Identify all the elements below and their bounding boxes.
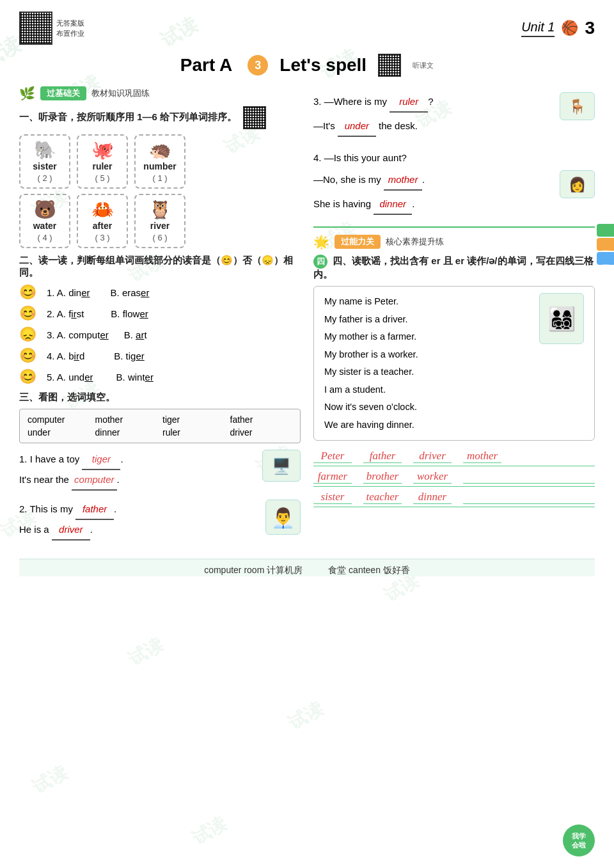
fill-item-2: 2. This is my father. 👨‍💼 He is a driver… <box>19 500 301 541</box>
img-driver: 👨‍💼 <box>265 500 301 535</box>
word-card-river: 🦉 river ( 6 ) <box>134 194 185 248</box>
pron-num-3: 3. A. computer <box>47 329 109 340</box>
right-column: 3. —Where is my ruler? 🪑 —It's under the… <box>313 86 595 547</box>
img-computer: 🖥️ <box>262 450 301 482</box>
q3: 3. —Where is my ruler? 🪑 —It's under the… <box>313 92 595 137</box>
img-family: 👨‍👩‍👧‍👦 <box>539 293 584 344</box>
q4: 4. —Is this your aunt? —No, she is my mo… <box>313 148 595 215</box>
smiley-happy-5: 😊 <box>19 368 36 385</box>
passage-line-6: I am a student. <box>324 381 584 399</box>
header-left: 无答案版 布置作业 <box>19 12 84 45</box>
hw-brother: brother <box>363 470 402 484</box>
section1-subtitle: 教材知识巩固练 <box>91 88 150 99</box>
passage-box: 👨‍👩‍👧‍👦 My name is Peter. My father is a… <box>313 286 595 441</box>
img-mother: 👩 <box>560 170 595 198</box>
fill-answer-driver: driver <box>52 520 90 541</box>
hw-peter: Peter <box>313 450 352 463</box>
ability-badge: 过能力关 <box>335 235 381 249</box>
pron-spacer-5: B. winter <box>116 372 154 383</box>
fill-mother: mother <box>384 170 422 191</box>
pron-spacer-1: B. eraser <box>111 287 150 298</box>
hw-driver: driver <box>413 450 452 463</box>
word-card-number: 🦔 number ( 1 ) <box>134 134 185 189</box>
passage-line-7: Now it's seven o'clock. <box>324 398 584 416</box>
fill-dinner: dinner <box>374 194 412 215</box>
pron-num-1: 1. A. diner <box>47 287 90 298</box>
fill-answer-tiger: tiger <box>82 450 120 470</box>
pron-spacer-3: B. art <box>124 329 147 340</box>
fill-ruler: ruler <box>390 92 428 113</box>
hw-line-1: Peter father driver mother <box>313 450 595 466</box>
bottom-item-2: 食堂 canteen 饭好香 <box>328 565 410 576</box>
qr-right-label: 听课文 <box>413 61 434 70</box>
hw-line-2: farmer brother worker <box>313 470 595 487</box>
passage-line-8: We are having dinner. <box>324 416 584 434</box>
smiley-happy-2: 😊 <box>19 305 36 322</box>
ex1-label: 一、听录音，按所听顺序用 1—6 给下列单词排序。 <box>19 106 301 129</box>
handwriting-area: Peter father driver mother farmer brothe… <box>313 450 595 507</box>
bottom-bar: computer room 计算机房 食堂 canteen 饭好香 <box>19 558 595 576</box>
hw-blank-1 <box>463 470 595 484</box>
pron-item-2: 😊 2. A. first B. flower <box>19 305 301 322</box>
smiley-happy-1: 😊 <box>19 284 36 301</box>
left-column: 🌿 过基础关 教材知识巩固练 一、听录音，按所听顺序用 1—6 给下列单词排序。… <box>19 86 301 547</box>
pron-item-3: 😞 3. A. computer B. art <box>19 326 301 343</box>
section1-badge: 过基础关 <box>40 86 86 100</box>
section1-header: 🌿 过基础关 教材知识巩固练 <box>19 86 301 101</box>
page-header: 无答案版 布置作业 Unit 1 🏀 3 <box>19 6 595 47</box>
pron-exercise: 😊 1. A. diner B. eraser 😊 2. A. first B.… <box>19 284 301 385</box>
pron-item-1: 😊 1. A. diner B. eraser <box>19 284 301 301</box>
header-right: Unit 1 🏀 3 <box>521 18 595 38</box>
ex4-label: 四 四、读歌谣，找出含有 er 且 er 读作/ə/的单词，写在四线三格内。 <box>313 255 595 281</box>
unit-label: Unit 1 <box>521 20 555 37</box>
lets-spell-label: Let's spell <box>279 55 366 75</box>
word-card-sister: 🐘 sister ( 2 ) <box>19 134 70 189</box>
part-a-label: Part A <box>180 55 232 75</box>
word-img-river: 🦉 <box>142 199 178 220</box>
title-bar: Part A 3 Let's spell 听课文 <box>19 54 595 77</box>
word-cards-2: 🐻 water ( 4 ) 🦀 after ( 3 ) 🦉 river ( 6 … <box>19 194 301 248</box>
word-img-water: 🐻 <box>27 199 63 220</box>
page-number: 3 <box>585 18 595 38</box>
pron-spacer-4: B. tiger <box>114 351 145 361</box>
ability-subtitle: 核心素养提升练 <box>386 236 444 248</box>
bottom-right-badge: 我学 会啦 <box>563 825 595 856</box>
hw-teacher: teacher <box>363 491 402 504</box>
pron-num-2: 2. A. first <box>47 308 84 319</box>
word-img-number: 🦔 <box>142 139 178 161</box>
fill-answer-father: father <box>75 500 114 520</box>
pron-item-5: 😊 5. A. under B. winter <box>19 368 301 385</box>
word-bank: computer mother tiger father under dinne… <box>19 409 301 443</box>
hw-worker: worker <box>413 470 452 484</box>
pron-spacer-2: B. flower <box>111 308 148 319</box>
hw-father: father <box>363 450 402 463</box>
word-img-ruler: 🐙 <box>84 139 120 161</box>
ex4-num-circle: 四 <box>313 255 327 269</box>
pron-num-4: 4. A. bird <box>47 351 84 361</box>
word-cards: 🐘 sister ( 2 ) 🐙 ruler ( 5 ) 🦔 number ( … <box>19 134 301 189</box>
bottom-item-1: computer room 计算机房 <box>204 565 303 576</box>
fill-under: under <box>338 116 376 137</box>
word-img-sister: 🐘 <box>27 139 63 161</box>
ex3-label: 三、看图，选词填空。 <box>19 391 301 404</box>
word-img-after: 🦀 <box>84 199 120 220</box>
pron-item-4: 😊 4. A. bird B. tiger <box>19 347 301 364</box>
section-divider <box>313 226 595 228</box>
passage-line-4: My brother is a worker. <box>324 346 584 364</box>
hw-dinner: dinner <box>413 491 452 504</box>
smiley-sad-3: 😞 <box>19 326 36 343</box>
ability-header: 🌟 过能力关 核心素养提升练 <box>313 234 595 249</box>
word-card-ruler: 🐙 ruler ( 5 ) <box>77 134 128 189</box>
qr-left <box>19 12 52 45</box>
part-number: 3 <box>248 55 268 75</box>
smiley-happy-4: 😊 <box>19 347 36 364</box>
hw-sister: sister <box>313 491 352 504</box>
hw-mother: mother <box>463 450 501 463</box>
hw-line-3: sister teacher dinner <box>313 491 595 507</box>
pron-num-5: 5. A. under <box>47 372 93 383</box>
fill-answer-computer: computer <box>72 470 117 491</box>
fill-item-1: 1. I have a toy tiger. 🖥️ It's near the … <box>19 450 301 491</box>
passage-line-5: My sister is a teacher. <box>324 363 584 381</box>
unit-icon: 🏀 <box>561 20 578 36</box>
hw-farmer: farmer <box>313 470 352 484</box>
